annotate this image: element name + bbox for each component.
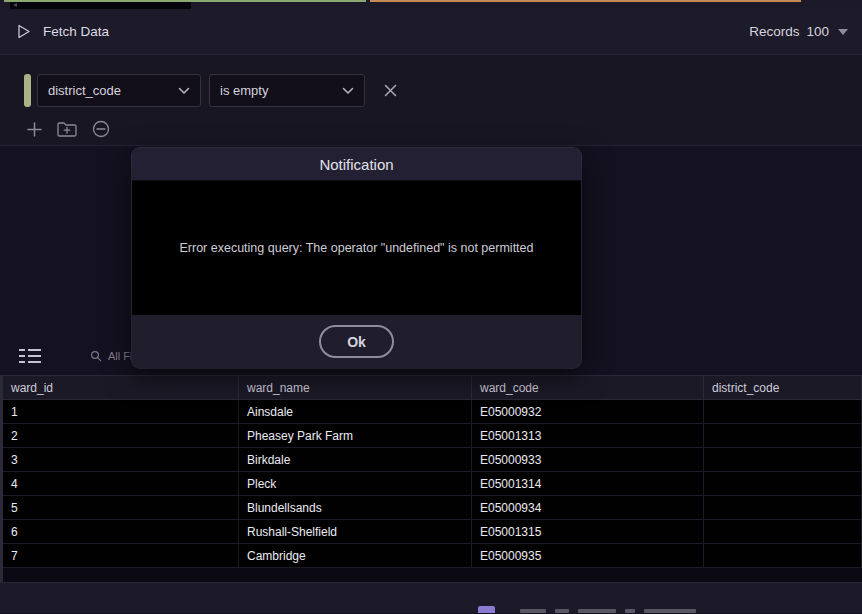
table-cell[interactable]: 3	[3, 448, 239, 471]
table-cell[interactable]: 2	[3, 424, 239, 447]
folder-plus-icon	[56, 121, 78, 138]
table-row: 4 Pleck E05001314	[3, 472, 862, 496]
table-header-row: ward_id ward_name ward_code district_cod…	[3, 375, 862, 400]
column-header-ward-code[interactable]: ward_code	[472, 376, 704, 399]
table-cell[interactable]: 1	[3, 400, 239, 423]
table-cell[interactable]: E05000935	[472, 544, 704, 567]
table-cell[interactable]: Birkdale	[239, 448, 472, 471]
filter-condition-row: district_code is empty	[24, 74, 862, 107]
fetch-data-label: Fetch Data	[43, 24, 109, 39]
table-row: 6 Rushall-Shelfield E05001315	[3, 520, 862, 544]
cut-off-text-fragments	[520, 609, 696, 613]
table-cell[interactable]: Cambridge	[239, 544, 472, 567]
table-cell[interactable]: E05001313	[472, 424, 704, 447]
table-cell[interactable]: Pleck	[239, 472, 472, 495]
filter-field-select[interactable]: district_code	[37, 74, 201, 107]
table-cell[interactable]: Blundellsands	[239, 496, 472, 519]
app-window: Fetch Data Records 100 district_code is …	[0, 0, 862, 614]
table-cell[interactable]: E05000932	[472, 400, 704, 423]
table-cell[interactable]	[704, 520, 862, 543]
cut-off-chip-icon	[478, 606, 495, 613]
add-group-button[interactable]	[56, 121, 78, 138]
table-cell[interactable]	[704, 472, 862, 495]
records-dropdown[interactable]: Records 100	[749, 24, 848, 39]
column-header-district-code[interactable]: district_code	[704, 376, 862, 399]
data-table: ward_id ward_name ward_code district_cod…	[0, 375, 862, 568]
notification-dialog: Notification Error executing query: The …	[132, 148, 581, 368]
table-cell[interactable]: E05001315	[472, 520, 704, 543]
table-cell[interactable]: 6	[3, 520, 239, 543]
top-bar: Fetch Data Records 100	[0, 9, 862, 55]
table-cell[interactable]	[704, 496, 862, 519]
filter-accent-bar	[24, 74, 31, 107]
dialog-footer: Ok	[132, 315, 581, 368]
remove-filter-button[interactable]	[375, 74, 405, 107]
dialog-title: Notification	[132, 148, 581, 181]
dialog-body: Error executing query: The operator "und…	[132, 181, 581, 315]
ok-button[interactable]: Ok	[319, 325, 394, 358]
filter-actions-row	[26, 119, 862, 139]
table-row: 1 Ainsdale E05000932	[3, 400, 862, 424]
filter-operator-value: is empty	[220, 83, 268, 98]
chevron-down-icon	[342, 87, 354, 95]
fetch-data-button[interactable]: Fetch Data	[14, 22, 109, 41]
table-row: 5 Blundellsands E05000934	[3, 496, 862, 520]
table-cell[interactable]	[704, 448, 862, 471]
table-cell[interactable]: 5	[3, 496, 239, 519]
table-cell[interactable]: E05000933	[472, 448, 704, 471]
bottom-bar	[0, 583, 862, 613]
table-row: 7 Cambridge E05000935	[3, 544, 862, 568]
table-row: 3 Birkdale E05000933	[3, 448, 862, 472]
table-cell[interactable]: E05001314	[472, 472, 704, 495]
table-cell[interactable]	[704, 400, 862, 423]
top-scroll-strip	[0, 0, 862, 9]
list-view-button[interactable]	[18, 347, 42, 365]
close-icon	[383, 83, 398, 98]
table-cell[interactable]: Rushall-Shelfield	[239, 520, 472, 543]
list-view-icon	[18, 347, 42, 365]
column-header-ward-name[interactable]: ward_name	[239, 376, 472, 399]
remove-all-button[interactable]	[91, 119, 111, 139]
error-message: Error executing query: The operator "und…	[180, 241, 534, 255]
table-cell[interactable]: 7	[3, 544, 239, 567]
play-icon	[14, 22, 33, 41]
table-cell[interactable]: E05000934	[472, 496, 704, 519]
orange-accent-line	[370, 0, 801, 2]
table-cell[interactable]: Ainsdale	[239, 400, 472, 423]
table-row: 2 Pheasey Park Farm E05001313	[3, 424, 862, 448]
search-icon	[90, 350, 102, 362]
column-header-ward-id[interactable]: ward_id	[3, 376, 239, 399]
chevron-down-icon	[838, 29, 848, 35]
table-cell[interactable]	[704, 424, 862, 447]
circle-minus-icon	[91, 119, 111, 139]
plus-icon	[26, 121, 43, 138]
records-label: Records	[749, 24, 799, 39]
scroll-left-icon	[13, 3, 17, 7]
chevron-down-icon	[178, 87, 190, 95]
table-empty-strip	[0, 568, 862, 583]
table-cell[interactable]: 4	[3, 472, 239, 495]
filter-operator-select[interactable]: is empty	[209, 74, 365, 107]
table-cell[interactable]	[704, 544, 862, 567]
add-condition-button[interactable]	[26, 121, 43, 138]
records-value: 100	[806, 24, 829, 39]
scrollbar-thumb[interactable]	[10, 2, 191, 9]
filter-panel: district_code is empty	[0, 55, 862, 146]
table-body: 1 Ainsdale E05000932 2 Pheasey Park Farm…	[3, 400, 862, 568]
table-cell[interactable]: Pheasey Park Farm	[239, 424, 472, 447]
filter-field-value: district_code	[48, 83, 121, 98]
